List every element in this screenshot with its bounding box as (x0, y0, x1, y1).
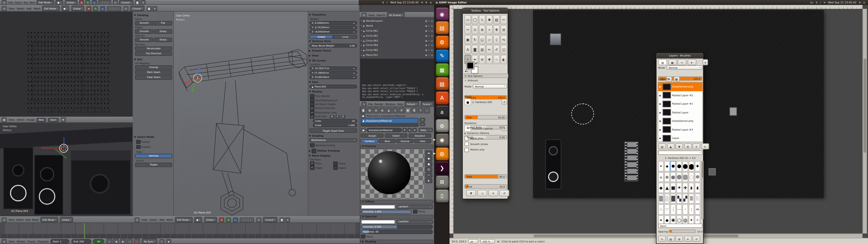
snap-element-dropdown[interactable]: Closest▾ (263, 217, 277, 222)
faces-smooth-button[interactable]: Smooth (135, 21, 153, 25)
flip-direction-button[interactable]: Flip Direction (135, 52, 172, 56)
reset-options-button[interactable]: ↺ (499, 190, 509, 196)
manipulator-rotate-icon[interactable]: ↻ (226, 217, 231, 222)
brushes-tab[interactable]: ✦ (687, 59, 696, 65)
launcher-item[interactable]: ◉ ▶ (435, 133, 449, 146)
properties-tab[interactable]: ✳ (418, 107, 424, 113)
header-menu[interactable]: Mesh (166, 218, 173, 221)
transport-button[interactable]: ▶ (120, 239, 126, 244)
overlay-checkbox-row[interactable]: Seams (333, 165, 356, 170)
editor-type-icon[interactable]: ◳ (2, 6, 6, 11)
layer-row[interactable]: ◉ Pasted Layer (658, 108, 703, 117)
launcher-item[interactable]: ⚙ (435, 119, 449, 132)
header-menu[interactable]: Render (375, 102, 383, 105)
tool-button[interactable]: ✑ (465, 25, 471, 34)
uv-image-editor[interactable] (0, 11, 133, 117)
info-log[interactable]: bpy.ops.object.editmode_toggle()bpy.ops.… (360, 59, 434, 101)
outliner-item-label[interactable]: Plane.001 (366, 54, 424, 57)
tool-button[interactable]: ◙ (472, 45, 478, 54)
tool-button[interactable]: ◐ (500, 55, 507, 64)
outliner-row[interactable]: ▸ ◐ World ◉ ↖ ◎ (361, 23, 433, 28)
image-open-button[interactable]: Open (48, 118, 59, 122)
vertices-smooth-button[interactable]: Smooth (135, 38, 153, 42)
indicator-icon[interactable]: ✉ (421, 1, 423, 4)
indicator-icon[interactable]: ♪ (820, 1, 822, 4)
editor-type-icon[interactable]: ◳ (134, 217, 140, 222)
snap-element-dropdown[interactable]: Closest▾ (130, 5, 145, 11)
brush-chip[interactable]: ● 2. Hardness 050 ↺ (465, 98, 507, 105)
specular-hardness-slider[interactable]: Hardness: 50 (361, 230, 433, 234)
channels-tab[interactable]: ▦ (668, 59, 677, 65)
lower-layer-button[interactable]: ▼ (675, 143, 683, 149)
editor-type-icon[interactable]: ◳ (2, 0, 6, 5)
keying-set-icon[interactable]: ⚿ (159, 239, 164, 244)
outliner-row[interactable]: ▸ ▦ RenderLayers ◉ ↖ ◎ (361, 18, 433, 23)
viewport-shaded[interactable]: User Ortho Meters (0) Plane.003 (0, 123, 133, 216)
sync-dropdown[interactable]: No Sync▾ (142, 239, 157, 244)
header-menu[interactable]: Mesh (29, 1, 35, 4)
delete-options-button[interactable]: ✕ (488, 190, 498, 196)
overlay-checkbox-row[interactable]: ✓Faces (310, 161, 333, 165)
paint-mode-dropdown[interactable]: Normal▾ (473, 84, 507, 89)
brush-swatch[interactable]: ● (664, 161, 670, 171)
header-menu[interactable]: Playback (37, 240, 49, 243)
horizontal-ruler[interactable] (454, 5, 863, 9)
cursor-location-field[interactable]: X: 10.28317cm◂▸ (309, 66, 357, 70)
mesh-display-panel-header[interactable]: ▼Mesh Display (309, 154, 331, 157)
brush-swatch[interactable]: ▞ (683, 193, 688, 204)
layer-name[interactable]: Pasted Layer #2 (672, 94, 693, 97)
render-icon[interactable]: ◙ (135, 0, 140, 5)
material-name-field[interactable]: sharpSensorMaterial (366, 128, 402, 132)
render-toggle-icon[interactable]: ◎ (431, 24, 433, 27)
tool-button[interactable]: ✏ (486, 45, 493, 54)
foreground-color-swatch[interactable] (467, 62, 474, 69)
layer-visibility-eye-icon[interactable]: ◉ (659, 128, 661, 131)
header-menu[interactable]: Select (16, 218, 24, 221)
spacing-slider[interactable] (669, 230, 696, 233)
grid-lines-field[interactable]: Lines16 (313, 119, 357, 123)
specular-panel-header[interactable]: ▼Specular (360, 215, 433, 219)
backface-culling-row[interactable]: Backface Culling (310, 143, 356, 147)
properties-tab[interactable]: ◙ (360, 107, 366, 113)
launcher-item[interactable]: ▤ (435, 21, 449, 35)
expander-icon[interactable]: ▸ (361, 20, 362, 22)
frame-start-field[interactable]: Start: 1 (51, 239, 69, 243)
header-menu[interactable]: Select (150, 218, 157, 221)
brush-swatch[interactable]: ✦ (694, 161, 700, 171)
header-menu[interactable]: Add (24, 1, 28, 4)
zoom-dropdown[interactable]: 400 %▾ (480, 239, 495, 244)
outliner-row[interactable]: ▸ ▲ Circle.065 ◉ ↖ ◎ (361, 48, 433, 53)
deselect-button[interactable]: Deselect (408, 133, 431, 138)
visibility-eye-icon[interactable]: ◉ (425, 39, 427, 42)
layer-name[interactable]: Pasted Layer #1 (672, 102, 693, 105)
extend-checkbox-row[interactable]: Extend (136, 140, 172, 144)
header-menu[interactable]: View (368, 13, 374, 16)
tool-button[interactable]: ▭ (465, 15, 471, 24)
preview-mode-button[interactable]: ▬ (425, 150, 432, 155)
orientation-dropdown[interactable]: Global▾ (60, 217, 73, 222)
outliner-item-label[interactable]: Circle.062 (366, 34, 424, 37)
properties-tab[interactable]: ● (405, 107, 411, 113)
item-panel-header[interactable]: ▼Item (309, 81, 318, 84)
mode-dropdown[interactable]: Edit Mode▾ (42, 5, 60, 11)
reset-brush-icon[interactable]: ↺ (502, 99, 507, 104)
brush-swatch[interactable]: ● (689, 161, 694, 171)
layers-widget[interactable]: ⋮⋮⋮ (98, 0, 112, 5)
clear-seam-button[interactable]: Clear Seam (135, 75, 172, 79)
tool-button[interactable]: ▥ (479, 45, 485, 54)
scrollbar-thumb[interactable] (864, 59, 866, 153)
display-panel-header[interactable]: ▼Display (309, 90, 322, 93)
axis-z-toggle[interactable]: Z (341, 115, 345, 118)
selectability-icon[interactable]: ↖ (428, 24, 430, 27)
render-toggle-icon[interactable]: ◎ (431, 29, 433, 32)
display-checkbox-row[interactable]: World Background (310, 98, 356, 102)
scrollbar-thumb[interactable] (534, 235, 739, 237)
brush-swatch[interactable]: : (689, 204, 694, 214)
paths-tab[interactable]: ✑ (678, 59, 686, 65)
transport-button[interactable]: ● (134, 239, 140, 244)
save-options-button[interactable]: ▼ (466, 190, 476, 196)
tool-button[interactable]: ◊ (493, 35, 500, 44)
vertices-data-panel-header[interactable]: ▼Vertices Data (309, 40, 331, 42)
header-menu[interactable]: Help (397, 102, 403, 105)
outliner-row[interactable]: ▸ ▲ Circle.064 ◉ ↖ ◎ (361, 43, 433, 48)
